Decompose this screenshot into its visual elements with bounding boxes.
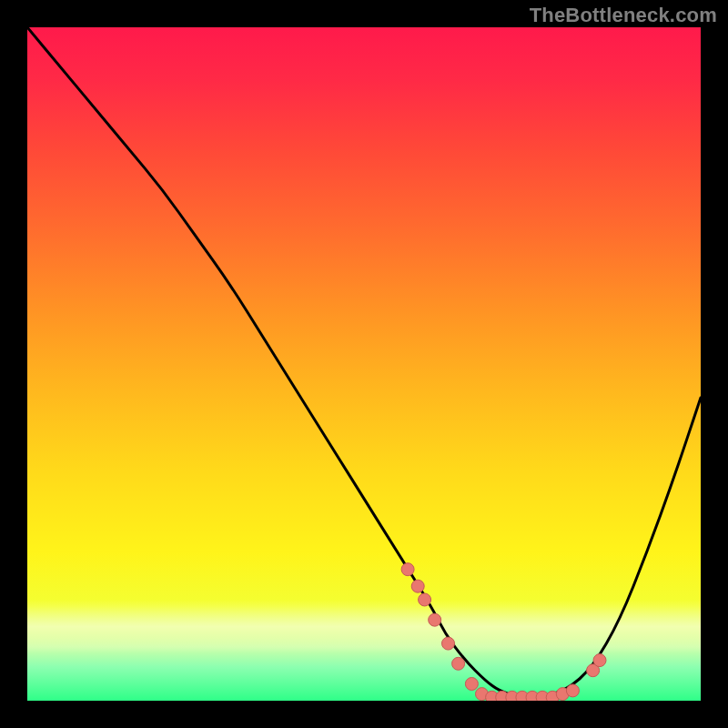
- data-markers: [401, 563, 606, 701]
- data-marker: [452, 657, 465, 670]
- chart-frame: TheBottleneck.com: [0, 0, 728, 728]
- plot-area: [27, 27, 701, 701]
- data-marker: [419, 593, 431, 606]
- data-marker: [429, 613, 441, 626]
- data-marker: [566, 684, 579, 697]
- data-marker: [465, 678, 478, 691]
- data-marker: [593, 654, 606, 667]
- data-marker: [411, 580, 424, 592]
- data-marker: [442, 637, 455, 650]
- chart-svg: [27, 27, 701, 701]
- watermark-text: TheBottleneck.com: [530, 4, 717, 27]
- bottleneck-curve: [27, 27, 701, 697]
- data-marker: [401, 563, 414, 576]
